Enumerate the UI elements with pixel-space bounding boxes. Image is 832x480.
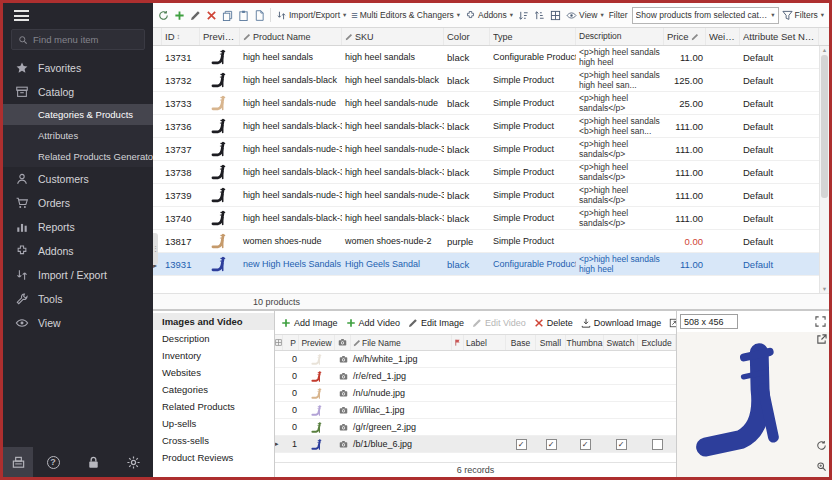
col-header-price[interactable]: Price (664, 28, 706, 45)
panel-splitter-handle[interactable]: ⋮ (153, 233, 158, 265)
fullscreen-icon[interactable] (815, 316, 826, 327)
col-header-color[interactable]: Color (444, 28, 490, 45)
detail-tab[interactable]: Up-sells (153, 415, 274, 432)
sidebar-item[interactable]: Catalog (3, 80, 153, 104)
sidebar-item[interactable]: Tools (3, 287, 153, 311)
col-header-position[interactable]: P (283, 335, 299, 350)
image-row[interactable]: 0 /r/e/red_1.jpg (275, 368, 676, 385)
add-video-button[interactable]: Add Video (346, 318, 400, 328)
edit-image-button[interactable]: Edit Image (408, 318, 464, 328)
product-row[interactable]: 13739 high heel sandals-nude-37 high hee… (153, 184, 829, 207)
multi-editors-menu[interactable]: ≡ Multi Editors & Changers▾ (349, 8, 462, 23)
col-header-attribute-set[interactable]: Attribute Set Name (740, 28, 819, 45)
scroll-up-arrow[interactable]: ▲ (820, 47, 829, 53)
sort-desc-button[interactable] (532, 8, 547, 23)
delete-image-button[interactable]: Delete (534, 318, 573, 328)
rotate-image-icon[interactable] (816, 440, 827, 451)
col-header-image-preview[interactable]: Preview (299, 335, 335, 350)
col-header-thumbnail[interactable]: Thumbna (566, 335, 604, 350)
copy-button[interactable] (220, 8, 235, 23)
sidebar-item[interactable]: View (3, 311, 153, 335)
lock-icon[interactable] (73, 447, 113, 477)
image-row[interactable]: 0 /l/i/lilac_1.jpg (275, 402, 676, 419)
sidebar-item[interactable]: Categories & Products (3, 104, 153, 125)
image-row[interactable]: 1 /b/1/blue_6.jpg (275, 436, 676, 453)
sidebar-search[interactable] (11, 29, 145, 50)
detail-tab[interactable]: Websites (153, 364, 274, 381)
col-header-small[interactable]: Small (536, 335, 566, 350)
menu-toggle-button[interactable] (3, 3, 153, 28)
thumbnail-checkbox[interactable] (566, 439, 604, 450)
col-header-sku[interactable]: SKU (342, 28, 444, 45)
col-header-base[interactable]: Base (506, 335, 536, 350)
sidebar-item[interactable]: Favorites (3, 56, 153, 80)
sidebar-item[interactable]: Addons (3, 239, 153, 263)
col-header-label[interactable]: Label (464, 335, 506, 350)
col-header-exclude[interactable]: Exclude (638, 335, 676, 350)
detail-tab[interactable]: Cross-sells (153, 432, 274, 449)
refresh-button[interactable] (156, 8, 171, 23)
sidebar-item[interactable]: Orders (3, 191, 153, 215)
col-header-swatch[interactable]: Swatch (604, 335, 638, 350)
settings-gear-icon[interactable] (113, 447, 153, 477)
detail-tab[interactable]: Inventory (153, 347, 274, 364)
delete-product-button[interactable] (204, 8, 219, 23)
paste-button[interactable] (236, 8, 251, 23)
sidebar-item[interactable]: Reports (3, 215, 153, 239)
col-header-type[interactable]: Type (490, 28, 576, 45)
import-export-menu[interactable]: Import/Export▾ (274, 8, 348, 23)
addons-menu[interactable]: Addons▾ (463, 8, 515, 23)
product-row[interactable]: 13738 high heel sandals-black-37 high he… (153, 161, 829, 184)
product-row[interactable]: 13736 high heel sandals-black-36 high he… (153, 115, 829, 138)
category-filter-select[interactable]: Show products from selected categories▾ (632, 7, 779, 24)
menu-search-input[interactable] (33, 34, 138, 45)
sidebar-item[interactable]: Import / Export (3, 263, 153, 287)
add-product-button[interactable] (172, 8, 187, 23)
small-checkbox[interactable] (536, 439, 566, 450)
detail-tab[interactable]: Related Products (153, 398, 274, 415)
detail-tab[interactable]: Images and Video (153, 313, 274, 330)
product-row[interactable]: 13731 high heel sandals high heel sandal… (153, 46, 829, 69)
document-button[interactable] (252, 8, 267, 23)
exclude-checkbox[interactable] (638, 439, 676, 450)
swatch-checkbox[interactable] (604, 439, 638, 450)
edit-product-button[interactable] (188, 8, 203, 23)
product-row[interactable]: 13931 new High Heels Sandals High Geels … (153, 253, 829, 276)
detail-tab[interactable]: Product Reviews (153, 449, 274, 466)
columns-button[interactable] (548, 8, 563, 23)
image-row[interactable]: 0 /n/u/nude.jpg (275, 385, 676, 402)
col-header-file-name[interactable]: File Name (351, 335, 452, 350)
col-header-id[interactable]: ID↕ (162, 28, 200, 45)
vertical-scrollbar[interactable]: ▲ ▼ (819, 46, 829, 293)
sidebar-item[interactable]: Related Products Generator (3, 146, 153, 167)
add-image-button[interactable]: Add Image (281, 318, 338, 328)
detail-tab[interactable]: Description (153, 330, 274, 347)
pos-icon[interactable] (3, 447, 33, 477)
detail-tab[interactable]: Categories (153, 381, 274, 398)
scrollbar-thumb[interactable] (821, 55, 828, 198)
scroll-down-arrow[interactable]: ▼ (820, 286, 829, 292)
download-image-button[interactable]: Download Image (581, 318, 662, 328)
base-checkbox[interactable] (506, 439, 536, 450)
filters-menu[interactable]: Filters▾ (780, 8, 826, 23)
col-header-weight[interactable]: Weight (706, 28, 740, 45)
image-row[interactable]: 0 /w/h/white_1.jpg (275, 351, 676, 368)
sidebar-item[interactable]: Attributes (3, 125, 153, 146)
resize-dimensions-input[interactable] (680, 314, 738, 329)
sort-asc-button[interactable] (516, 8, 531, 23)
view-menu[interactable]: View▾ (564, 8, 606, 23)
open-external-icon[interactable] (816, 334, 827, 345)
col-header-description[interactable]: Description (576, 28, 664, 45)
col-header-product-name[interactable]: Product Name (240, 28, 342, 45)
col-header-preview[interactable]: Preview (200, 28, 240, 45)
zoom-icon[interactable] (816, 461, 827, 472)
product-row[interactable]: 13817 women shoes-nude women shoes-nude-… (153, 230, 829, 253)
product-row[interactable]: 13737 high heel sandals-nude-36 high hee… (153, 138, 829, 161)
product-row[interactable]: 13732 high heel sandals-black high heel … (153, 69, 829, 92)
set-resize-rule-button[interactable]: Set Resize Rule (669, 318, 676, 328)
image-row[interactable]: 0 /g/r/green_2.jpg (275, 419, 676, 436)
product-row[interactable]: 13740 high heel sandals-black-38 high he… (153, 207, 829, 230)
help-icon[interactable]: ? (33, 447, 73, 477)
edit-video-button[interactable]: Edit Video (472, 318, 526, 328)
sidebar-item[interactable]: Customers (3, 167, 153, 191)
